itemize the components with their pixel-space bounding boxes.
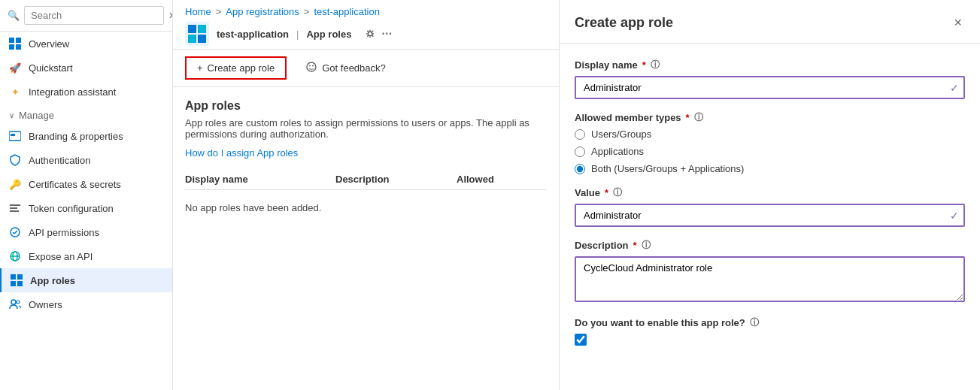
- value-group: Value * ⓘ ✓: [575, 186, 965, 227]
- key-icon: 🔑: [9, 178, 21, 190]
- sidebar-item-expose-api[interactable]: Expose an API: [0, 244, 172, 268]
- sidebar-item-certificates-label: Certificates & secrets: [29, 179, 121, 190]
- search-icon: 🔍: [8, 10, 20, 21]
- svg-point-26: [312, 65, 314, 67]
- sidebar-item-certificates[interactable]: 🔑 Certificates & secrets: [0, 172, 172, 196]
- sidebar-item-authentication[interactable]: Authentication: [0, 148, 172, 172]
- star-icon: ✦: [9, 86, 21, 98]
- sidebar-item-api-permissions-label: API permissions: [29, 227, 99, 238]
- sidebar-item-branding[interactable]: Branding & properties: [0, 124, 172, 148]
- rocket-icon: 🚀: [9, 62, 21, 74]
- top-bar: Home > App registrations > test-applicat…: [173, 0, 559, 50]
- svg-point-25: [309, 65, 311, 67]
- col-header-description: Description: [335, 174, 457, 185]
- main-area: Home > App registrations > test-applicat…: [173, 0, 559, 390]
- radio-both-input[interactable]: [575, 164, 585, 174]
- content-description: App roles are custom roles to assign per…: [185, 117, 547, 140]
- shield2-icon: [9, 226, 21, 238]
- svg-point-17: [11, 300, 16, 304]
- sidebar-item-overview-label: Overview: [29, 38, 69, 50]
- enable-role-info-icon[interactable]: ⓘ: [750, 316, 759, 329]
- sidebar-item-integration[interactable]: ✦ Integration assistant: [0, 80, 172, 104]
- manage-section-label: Manage: [19, 110, 54, 121]
- svg-rect-7: [10, 207, 17, 209]
- sidebar-item-token[interactable]: Token configuration: [0, 196, 172, 220]
- sidebar-item-owners[interactable]: Owners: [0, 292, 172, 316]
- svg-rect-15: [11, 281, 16, 286]
- content-area: App roles App roles are custom roles to …: [173, 87, 559, 390]
- title-actions: ⛭ ⋯: [365, 28, 392, 40]
- table-empty-message: No app roles have been added.: [185, 190, 547, 225]
- chevron-down-icon: ∨: [9, 111, 14, 119]
- toolbar: + Create app role Got feedback?: [173, 50, 559, 87]
- create-app-role-button[interactable]: + Create app role: [185, 56, 287, 80]
- sidebar-item-quickstart[interactable]: 🚀 Quickstart: [0, 56, 172, 80]
- sidebar-item-authentication-label: Authentication: [29, 155, 90, 166]
- radio-applications-label: Applications: [591, 146, 644, 157]
- card-icon: [9, 130, 21, 142]
- radio-users-groups[interactable]: Users/Groups: [575, 128, 965, 140]
- how-to-link[interactable]: How do I assign App roles: [185, 147, 298, 159]
- svg-rect-0: [9, 38, 14, 43]
- more-options-icon[interactable]: ⋯: [381, 28, 392, 40]
- manage-section[interactable]: ∨ Manage: [0, 104, 172, 124]
- table-header: Display name Description Allowed: [185, 168, 547, 190]
- app-logo-icon: [185, 22, 209, 46]
- sidebar-item-app-roles[interactable]: App roles: [0, 268, 172, 292]
- search-bar: 🔍 ✕ «: [0, 0, 172, 32]
- display-name-required: *: [642, 59, 646, 71]
- svg-rect-16: [17, 281, 23, 286]
- feedback-icon: [305, 61, 317, 75]
- enable-role-label: Do you want to enable this app role? ⓘ: [575, 316, 965, 329]
- value-input[interactable]: [575, 204, 965, 227]
- radio-users-groups-input[interactable]: [575, 129, 585, 140]
- svg-rect-2: [9, 44, 14, 50]
- display-name-input-wrapper: ✓: [575, 76, 965, 99]
- display-name-label: Display name * ⓘ: [575, 59, 965, 71]
- radio-users-groups-label: Users/Groups: [591, 128, 651, 140]
- breadcrumb-home[interactable]: Home: [185, 6, 211, 17]
- radio-applications-input[interactable]: [575, 147, 585, 157]
- search-input[interactable]: [24, 6, 164, 25]
- pin-icon[interactable]: ⛭: [365, 28, 375, 40]
- description-textarea[interactable]: CycleCloud Administrator role: [575, 256, 965, 302]
- feedback-button[interactable]: Got feedback?: [294, 56, 397, 80]
- display-name-input[interactable]: [575, 76, 965, 99]
- svg-rect-1: [16, 38, 21, 43]
- radio-both-label: Both (Users/Groups + Applications): [591, 163, 744, 174]
- value-input-wrapper: ✓: [575, 204, 965, 227]
- enable-role-checkbox[interactable]: [575, 334, 587, 346]
- svg-rect-23: [198, 35, 206, 43]
- svg-point-18: [17, 301, 20, 304]
- breadcrumb-sep1: >: [216, 6, 222, 17]
- sidebar-item-api-permissions[interactable]: API permissions: [0, 220, 172, 244]
- sidebar-nav: Overview 🚀 Quickstart ✦ Integration assi…: [0, 32, 172, 390]
- description-label: Description * ⓘ: [575, 239, 965, 252]
- display-name-group: Display name * ⓘ ✓: [575, 59, 965, 99]
- plus-icon: +: [197, 62, 203, 74]
- sidebar-item-quickstart-label: Quickstart: [29, 62, 73, 74]
- allowed-member-info-icon[interactable]: ⓘ: [694, 111, 703, 124]
- col-header-allowed: Allowed: [457, 174, 547, 185]
- col-header-display-name: Display name: [185, 174, 335, 185]
- display-name-info-icon[interactable]: ⓘ: [651, 59, 660, 71]
- radio-both[interactable]: Both (Users/Groups + Applications): [575, 163, 965, 174]
- svg-rect-14: [17, 274, 23, 280]
- description-info-icon[interactable]: ⓘ: [642, 239, 651, 252]
- page-section: App roles: [306, 29, 351, 40]
- breadcrumb-app-registrations[interactable]: App registrations: [226, 6, 299, 17]
- sidebar-item-overview[interactable]: Overview: [0, 32, 172, 56]
- svg-rect-3: [16, 44, 21, 50]
- app-name: test-application: [217, 29, 289, 40]
- radio-applications[interactable]: Applications: [575, 146, 965, 157]
- panel-close-button[interactable]: ×: [951, 12, 965, 34]
- breadcrumb-current-app[interactable]: test-application: [314, 6, 379, 17]
- value-info-icon[interactable]: ⓘ: [613, 186, 622, 199]
- bars-icon: [9, 202, 21, 214]
- allowed-member-types-group: Allowed member types * ⓘ Users/Groups Ap…: [575, 111, 965, 174]
- svg-rect-13: [11, 274, 16, 280]
- sidebar-item-branding-label: Branding & properties: [29, 131, 123, 142]
- sidebar-item-token-label: Token configuration: [29, 203, 114, 214]
- value-check-icon: ✓: [950, 210, 959, 222]
- people-icon: [9, 298, 21, 310]
